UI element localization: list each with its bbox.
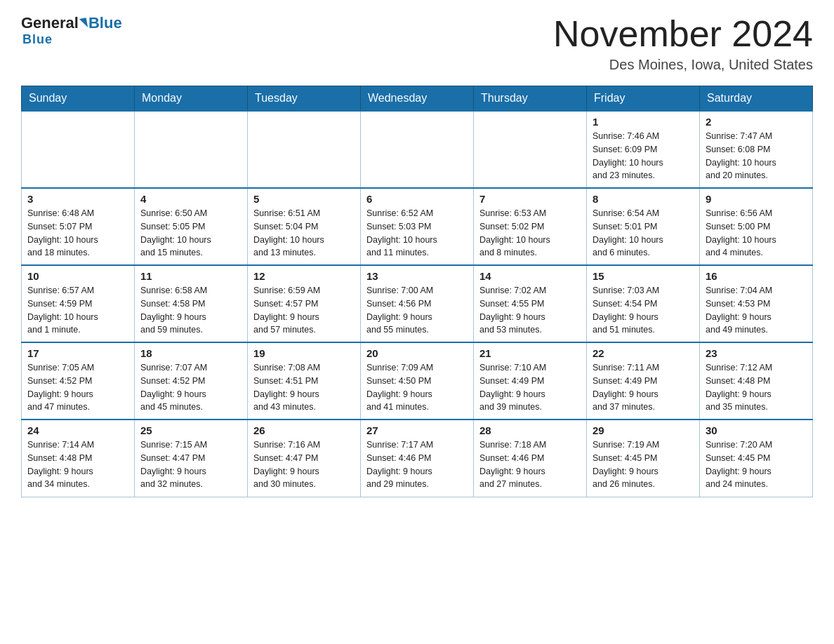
calendar-day-header: Sunday [22,86,135,112]
calendar-day-cell: 20Sunrise: 7:09 AM Sunset: 4:50 PM Dayli… [361,342,474,420]
calendar-day-cell: 13Sunrise: 7:00 AM Sunset: 4:56 PM Dayli… [361,265,474,342]
day-info: Sunrise: 6:54 AM Sunset: 5:01 PM Dayligh… [593,207,694,260]
day-info: Sunrise: 6:56 AM Sunset: 5:00 PM Dayligh… [706,207,807,260]
day-number: 18 [140,347,241,359]
calendar-day-cell: 7Sunrise: 6:53 AM Sunset: 5:02 PM Daylig… [474,188,587,265]
day-info: Sunrise: 7:02 AM Sunset: 4:55 PM Dayligh… [479,284,581,337]
calendar-day-cell: 3Sunrise: 6:48 AM Sunset: 5:07 PM Daylig… [22,188,135,265]
calendar-day-cell: 23Sunrise: 7:12 AM Sunset: 4:48 PM Dayli… [700,342,813,420]
day-number: 16 [706,270,807,282]
day-info: Sunrise: 6:59 AM Sunset: 4:57 PM Dayligh… [253,284,355,337]
logo: General Blue Blue [21,14,122,47]
day-number: 8 [593,193,694,205]
calendar-day-cell: 19Sunrise: 7:08 AM Sunset: 4:51 PM Dayli… [248,342,361,420]
calendar-day-cell: 9Sunrise: 6:56 AM Sunset: 5:00 PM Daylig… [700,188,813,265]
day-number: 26 [253,424,355,436]
day-info: Sunrise: 7:09 AM Sunset: 4:50 PM Dayligh… [366,361,468,414]
day-number: 7 [479,193,581,205]
day-number: 4 [140,193,241,205]
calendar-day-cell: 1Sunrise: 7:46 AM Sunset: 6:09 PM Daylig… [587,111,700,188]
day-number: 13 [366,270,468,282]
calendar-day-cell: 26Sunrise: 7:16 AM Sunset: 4:47 PM Dayli… [248,420,361,497]
day-number: 6 [366,193,468,205]
calendar-day-cell: 4Sunrise: 6:50 AM Sunset: 5:05 PM Daylig… [135,188,248,265]
calendar-day-cell: 29Sunrise: 7:19 AM Sunset: 4:45 PM Dayli… [587,420,700,497]
day-number: 14 [479,270,581,282]
day-info: Sunrise: 7:19 AM Sunset: 4:45 PM Dayligh… [593,438,694,491]
day-info: Sunrise: 7:10 AM Sunset: 4:49 PM Dayligh… [479,361,581,414]
logo-subtitle: Blue [22,32,53,47]
calendar-day-cell [135,111,248,188]
day-number: 28 [479,424,581,436]
calendar-day-cell: 15Sunrise: 7:03 AM Sunset: 4:54 PM Dayli… [587,265,700,342]
day-info: Sunrise: 7:07 AM Sunset: 4:52 PM Dayligh… [140,361,241,414]
day-info: Sunrise: 6:57 AM Sunset: 4:59 PM Dayligh… [27,284,128,337]
day-number: 23 [706,347,807,359]
location-text: Des Moines, Iowa, United States [553,57,813,73]
calendar-day-cell: 14Sunrise: 7:02 AM Sunset: 4:55 PM Dayli… [474,265,587,342]
day-number: 11 [140,270,241,282]
day-number: 9 [706,193,807,205]
calendar-day-cell: 16Sunrise: 7:04 AM Sunset: 4:53 PM Dayli… [700,265,813,342]
day-number: 5 [253,193,355,205]
calendar-day-cell: 18Sunrise: 7:07 AM Sunset: 4:52 PM Dayli… [135,342,248,420]
calendar-day-cell: 22Sunrise: 7:11 AM Sunset: 4:49 PM Dayli… [587,342,700,420]
day-info: Sunrise: 7:18 AM Sunset: 4:46 PM Dayligh… [479,438,581,491]
day-info: Sunrise: 6:48 AM Sunset: 5:07 PM Dayligh… [27,207,128,260]
day-info: Sunrise: 6:53 AM Sunset: 5:02 PM Dayligh… [479,207,581,260]
logo-general: General [21,14,79,32]
calendar-day-cell: 8Sunrise: 6:54 AM Sunset: 5:01 PM Daylig… [587,188,700,265]
calendar-day-header: Wednesday [361,86,474,112]
calendar-header-row: SundayMondayTuesdayWednesdayThursdayFrid… [22,86,813,112]
day-number: 19 [253,347,355,359]
day-info: Sunrise: 6:52 AM Sunset: 5:03 PM Dayligh… [366,207,468,260]
calendar-week-row: 3Sunrise: 6:48 AM Sunset: 5:07 PM Daylig… [22,188,813,265]
day-info: Sunrise: 7:17 AM Sunset: 4:46 PM Dayligh… [366,438,468,491]
calendar-day-cell: 12Sunrise: 6:59 AM Sunset: 4:57 PM Dayli… [248,265,361,342]
calendar-day-cell: 30Sunrise: 7:20 AM Sunset: 4:45 PM Dayli… [700,420,813,497]
calendar-day-cell: 11Sunrise: 6:58 AM Sunset: 4:58 PM Dayli… [135,265,248,342]
calendar-day-cell [361,111,474,188]
calendar-day-header: Monday [135,86,248,112]
calendar-day-cell [474,111,587,188]
calendar-day-cell: 10Sunrise: 6:57 AM Sunset: 4:59 PM Dayli… [22,265,135,342]
day-info: Sunrise: 7:05 AM Sunset: 4:52 PM Dayligh… [27,361,128,414]
day-info: Sunrise: 7:03 AM Sunset: 4:54 PM Dayligh… [593,284,694,337]
day-info: Sunrise: 7:16 AM Sunset: 4:47 PM Dayligh… [253,438,355,491]
calendar-week-row: 24Sunrise: 7:14 AM Sunset: 4:48 PM Dayli… [22,420,813,497]
calendar-day-cell: 28Sunrise: 7:18 AM Sunset: 4:46 PM Dayli… [474,420,587,497]
day-number: 12 [253,270,355,282]
day-info: Sunrise: 7:11 AM Sunset: 4:49 PM Dayligh… [593,361,694,414]
day-number: 22 [593,347,694,359]
day-info: Sunrise: 7:14 AM Sunset: 4:48 PM Dayligh… [27,438,128,491]
calendar-week-row: 17Sunrise: 7:05 AM Sunset: 4:52 PM Dayli… [22,342,813,420]
day-info: Sunrise: 7:15 AM Sunset: 4:47 PM Dayligh… [140,438,241,491]
day-number: 2 [706,116,807,128]
day-info: Sunrise: 7:12 AM Sunset: 4:48 PM Dayligh… [706,361,807,414]
day-info: Sunrise: 7:04 AM Sunset: 4:53 PM Dayligh… [706,284,807,337]
calendar-day-header: Tuesday [248,86,361,112]
day-info: Sunrise: 7:46 AM Sunset: 6:09 PM Dayligh… [593,130,694,182]
calendar-day-cell: 17Sunrise: 7:05 AM Sunset: 4:52 PM Dayli… [22,342,135,420]
month-title: November 2024 [553,14,813,54]
calendar-day-cell: 27Sunrise: 7:17 AM Sunset: 4:46 PM Dayli… [361,420,474,497]
calendar-table: SundayMondayTuesdayWednesdayThursdayFrid… [21,86,813,497]
day-info: Sunrise: 7:47 AM Sunset: 6:08 PM Dayligh… [706,130,807,182]
title-area: November 2024 Des Moines, Iowa, United S… [553,14,813,73]
day-number: 1 [593,116,694,128]
logo-arrow-icon [79,18,88,29]
calendar-day-cell [248,111,361,188]
logo-blue-text: Blue [88,14,122,32]
day-number: 24 [27,424,128,436]
day-number: 20 [366,347,468,359]
day-info: Sunrise: 6:50 AM Sunset: 5:05 PM Dayligh… [140,207,241,260]
calendar-day-header: Thursday [474,86,587,112]
day-info: Sunrise: 6:51 AM Sunset: 5:04 PM Dayligh… [253,207,355,260]
day-info: Sunrise: 7:20 AM Sunset: 4:45 PM Dayligh… [706,438,807,491]
calendar-day-cell: 25Sunrise: 7:15 AM Sunset: 4:47 PM Dayli… [135,420,248,497]
day-number: 29 [593,424,694,436]
calendar-day-cell: 5Sunrise: 6:51 AM Sunset: 5:04 PM Daylig… [248,188,361,265]
day-number: 10 [27,270,128,282]
calendar-day-header: Saturday [700,86,813,112]
calendar-day-cell [22,111,135,188]
